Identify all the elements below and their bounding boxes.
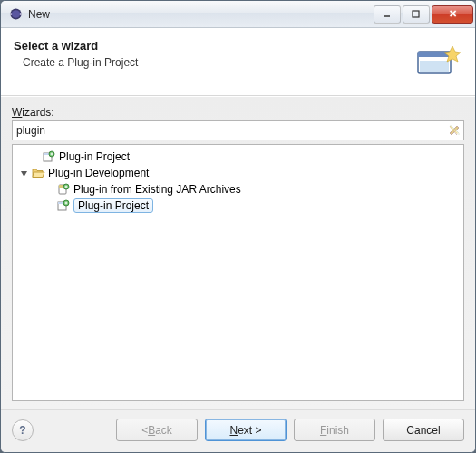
tree-item-plugin-project-root[interactable]: Plug-in Project	[15, 149, 461, 165]
dialog-window: New ✕ Select a wizard Create a Plug-in P…	[0, 0, 476, 453]
tree-item-label: Plug-in Development	[48, 167, 149, 179]
svg-rect-6	[420, 61, 449, 72]
folder-open-icon	[31, 166, 45, 180]
jar-plugin-icon	[56, 182, 71, 197]
wizard-tree[interactable]: Plug-in Project Plug-in Development	[12, 144, 464, 401]
cancel-button[interactable]: Cancel	[383, 419, 464, 441]
close-button[interactable]: ✕	[432, 5, 473, 24]
tree-item-plugin-from-jar[interactable]: Plug-in from Existing JAR Archives	[15, 181, 461, 198]
dialog-heading: Select a wizard	[14, 39, 412, 53]
minimize-button[interactable]	[374, 5, 401, 24]
dialog-body: Wizards:	[1, 96, 475, 409]
back-button[interactable]: < Back	[116, 419, 198, 441]
wizards-label: Wizards:	[12, 106, 464, 119]
tree-item-label: Plug-in Project	[73, 198, 153, 213]
help-button[interactable]: ?	[12, 419, 34, 441]
expander-open-icon[interactable]	[18, 169, 29, 178]
dialog-description: Create a Plug-in Project	[14, 56, 412, 69]
next-button[interactable]: Next >	[205, 419, 287, 441]
close-icon: ✕	[449, 8, 457, 20]
wizards-filter-input[interactable]	[12, 120, 464, 140]
clear-filter-icon[interactable]	[447, 123, 461, 138]
tree-item-label: Plug-in Project	[59, 150, 130, 163]
window-title: New	[28, 8, 372, 21]
window-controls: ✕	[372, 5, 473, 24]
tree-item-plugin-project[interactable]: Plug-in Project	[15, 198, 461, 214]
svg-rect-4	[413, 11, 419, 17]
help-icon: ?	[19, 424, 25, 437]
eclipse-icon	[8, 7, 23, 22]
svg-point-2	[11, 10, 19, 17]
tree-item-plugin-development[interactable]: Plug-in Development	[15, 165, 461, 181]
titlebar[interactable]: New ✕	[1, 1, 475, 28]
plugin-icon	[42, 149, 56, 164]
maximize-button[interactable]	[403, 5, 430, 24]
dialog-header: Select a wizard Create a Plug-in Project	[1, 28, 475, 96]
finish-button[interactable]: Finish	[294, 419, 375, 441]
button-bar: ? < Back Next > Finish Cancel	[1, 409, 475, 452]
tree-item-label: Plug-in from Existing JAR Archives	[73, 183, 241, 196]
wizard-banner-icon	[412, 39, 462, 82]
plugin-icon	[56, 198, 71, 213]
